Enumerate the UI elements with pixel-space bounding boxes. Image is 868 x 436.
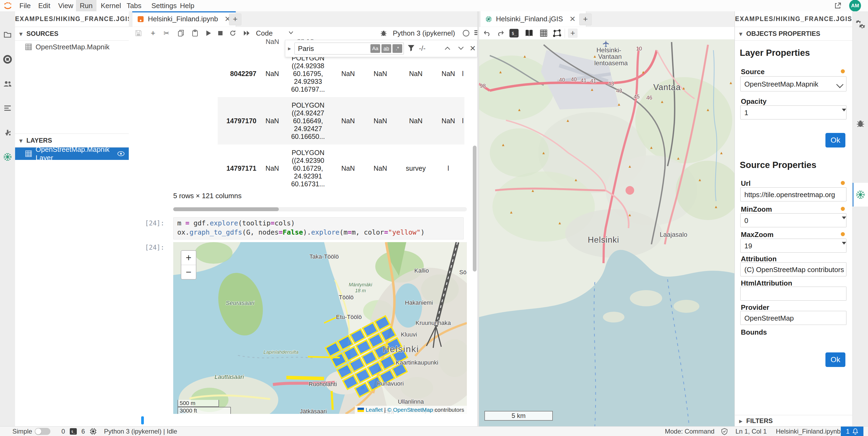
kernel-name[interactable]: Python 3 (ipykernel) [393,29,455,37]
stop-kernel-icon[interactable] [216,29,225,38]
run-cell-icon[interactable] [204,29,213,38]
paste-cells-icon[interactable] [190,29,200,38]
cell-collapser[interactable] [141,416,144,425]
console-icon[interactable]: $_ [509,29,519,38]
filters-section-header[interactable]: ▸FILTERS [735,415,852,426]
sources-section-header[interactable]: ▾SOURCES [15,27,129,41]
new-tab-button[interactable]: + [579,13,592,25]
layer-item-openstreetmap[interactable]: OpenStreetMap.Mapnik Layer [15,147,129,160]
property-inspector-icon[interactable] [855,20,866,30]
jupytergis-globe-icon[interactable] [2,151,13,162]
new-tab-button[interactable]: + [229,13,241,25]
identify-book-icon[interactable] [524,29,534,38]
search-expand-icon[interactable]: ▸ [288,45,291,52]
inspector-title: EXAMPLES/HIKING_FRANCE.JGIS [735,11,852,27]
modified-dot-icon [841,232,845,236]
cursor-position[interactable]: Ln 1, Col 1 [736,427,767,436]
provider-label: Provider [741,303,769,312]
leaflet-map-output[interactable]: + − 500 m 3000 ft Leaflet | © OpenStreet… [173,242,467,414]
previous-match-icon[interactable] [444,46,451,51]
eye-icon[interactable] [117,151,125,157]
kernel-count[interactable]: 6 [81,427,85,436]
run-all-icon[interactable] [242,29,252,38]
code-cell[interactable]: m = gdf.explore(tooltip=cols) ox.graph_t… [173,217,464,239]
maxzoom-input[interactable]: 19 [740,239,846,253]
tab-helsinki-finland-ipynb[interactable]: Helsinki_Finland.ipynb ✕ [132,11,236,27]
source-ok-button[interactable]: Ok [826,352,845,367]
provider-input[interactable]: OpenStreetMap [740,311,846,325]
source-item-label: OpenStreetMap.Mapnik [36,43,110,51]
layer-ok-button[interactable]: Ok [826,133,845,147]
menu-edit[interactable]: Edit [34,0,54,11]
menu-run[interactable]: Run [76,0,96,11]
simple-mode-toggle[interactable] [35,428,51,435]
notification-badge[interactable]: 1 [841,427,863,436]
tab-helsinki-finland-jgis[interactable]: Helsinki_Finland.jGIS ✕ [480,11,586,27]
collaborators-icon[interactable] [2,79,13,89]
close-search-icon[interactable]: ✕ [470,44,476,53]
user-avatar[interactable]: AM [849,0,861,11]
menu-tabs[interactable]: Tabs [123,0,145,11]
debugger-bug-icon[interactable] [379,29,389,38]
source-select[interactable]: OpenStreetMap.Mapnik [740,76,846,91]
table-of-contents-icon[interactable] [2,103,13,114]
undo-icon[interactable] [482,29,492,38]
jupytergis-globe-icon[interactable] [855,189,866,200]
restart-kernel-icon[interactable] [228,29,238,38]
number-stepper[interactable] [838,241,843,250]
zoom-out-button[interactable]: − [181,265,196,279]
vertical-scrollbar-thumb[interactable] [473,146,476,271]
menu-view[interactable]: View [54,0,77,11]
osm-link[interactable]: © OpenStreetMap [388,407,433,413]
share-icon[interactable] [834,2,842,9]
terminal-count[interactable]: 0 [61,427,65,436]
debugger-bug-icon[interactable] [855,118,866,129]
horizontal-scrollbar[interactable] [173,207,467,211]
regex-button[interactable]: .* [393,44,402,53]
minzoom-input[interactable]: 0 [740,213,846,227]
cut-cells-icon[interactable]: ✂ [162,29,171,38]
add-layer-button[interactable]: + [568,29,578,38]
copy-cells-icon[interactable] [176,29,186,38]
peak-marker-icon: ▲ [501,142,505,147]
add-cell-icon[interactable]: + [148,29,158,38]
opacity-input[interactable]: 1 [740,106,846,119]
chevron-down-icon[interactable] [288,31,293,34]
search-input[interactable]: Paris Aa ab .* [294,42,404,55]
menu-file[interactable]: File [16,0,34,11]
save-icon[interactable] [134,29,143,38]
cell-type-select[interactable]: Code [256,29,273,37]
horizontal-scrollbar-thumb[interactable] [173,207,279,211]
minzoom-label: MinZoom [741,205,772,213]
attribution-input[interactable]: (C) OpenStreetMap contributors [740,262,846,277]
redo-icon[interactable] [496,29,505,38]
leaflet-link[interactable]: Leaflet [366,407,382,413]
kernel-status-text[interactable]: Python 3 (ipykernel) | Idle [104,427,177,436]
running-kernels-icon[interactable] [2,54,13,65]
code-token: ). [303,228,311,236]
source-item-openstreetmap[interactable]: OpenStreetMap.Mapnik [15,41,129,53]
htmlattribution-input[interactable] [740,287,846,301]
close-icon[interactable]: ✕ [569,14,576,24]
raster-grid-icon[interactable] [539,29,549,38]
sidebar-title: EXAMPLES/HIKING_FRANCE.JGIS [15,11,129,27]
kernel-status-icon[interactable] [462,29,470,37]
polygon-select-icon[interactable] [552,29,562,38]
menu-kernel[interactable]: Kernel [97,0,125,11]
whole-word-button[interactable]: ab [381,44,391,53]
menu-settings[interactable]: Settings [148,0,181,11]
objects-properties-header[interactable]: ▾OBJECTS PROPERTIES [735,27,852,41]
number-stepper[interactable] [838,108,843,117]
extensions-icon[interactable] [2,127,13,138]
filter-icon[interactable] [407,44,415,52]
menu-help[interactable]: Help [176,0,198,11]
match-case-button[interactable]: Aa [370,44,380,53]
zoom-in-button[interactable]: + [181,251,196,265]
code-token: gdf. [189,219,210,227]
file-browser-icon[interactable] [2,29,13,40]
gis-map-view[interactable]: 5 km VantaaHelsinkiLaajasaloHelsinki-Van… [479,39,735,426]
number-stepper[interactable] [838,216,843,225]
url-input[interactable]: https://tile.openstreetmap.org [740,187,846,201]
next-match-icon[interactable] [458,46,464,51]
peak-marker-icon: ▲ [729,80,733,85]
